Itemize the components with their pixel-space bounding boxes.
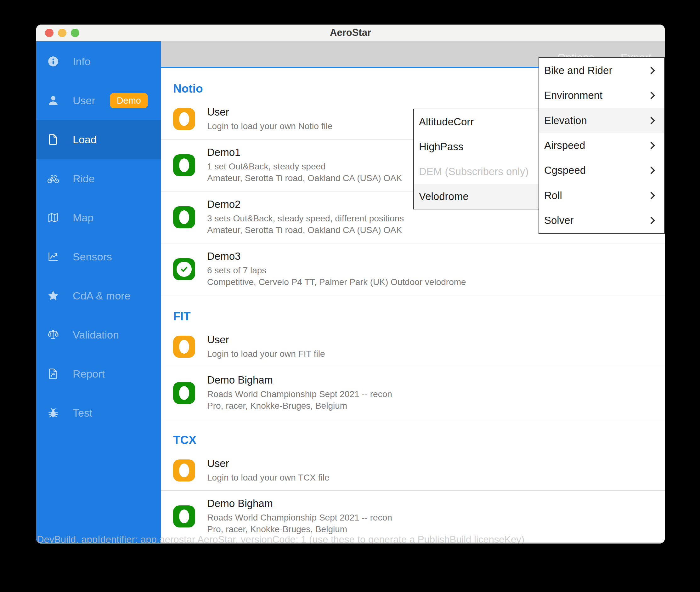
sidebar-item-label: Ride xyxy=(73,172,95,185)
document-icon xyxy=(46,133,60,146)
map-icon xyxy=(46,211,60,225)
record-dot xyxy=(179,340,189,354)
record-dot xyxy=(179,158,189,172)
menu-item-label: Elevation xyxy=(544,115,587,127)
list-item[interactable]: User Login to load your own FIT file xyxy=(161,327,665,367)
item-subtitle: Login to load your own TCX file xyxy=(207,472,330,484)
title-bar: AeroStar xyxy=(36,24,665,41)
record-dot xyxy=(179,210,189,224)
sidebar-item-info[interactable]: Info xyxy=(36,42,161,81)
item-subtitle: Pro, racer, Knokke-Bruges, Belgium xyxy=(207,400,392,412)
submenu-item-velodrome[interactable]: Velodrome xyxy=(414,184,539,209)
item-subtitle: Login to load your own Notio file xyxy=(207,120,332,132)
menu-item-label: DEM (Subscribers only) xyxy=(419,166,529,178)
zoom-window-button[interactable] xyxy=(71,29,79,37)
record-dot xyxy=(179,463,189,477)
menu-item-label: AltitudeCorr xyxy=(419,116,474,128)
record-dot xyxy=(179,112,189,126)
info-icon xyxy=(46,54,60,68)
item-subtitle: Roads World Championship Sept 2021 -- re… xyxy=(207,512,392,524)
menu-item-airspeed[interactable]: Airspeed xyxy=(539,133,664,158)
menu-item-label: Roll xyxy=(544,190,562,202)
menu-item-solver[interactable]: Solver xyxy=(539,208,664,233)
section-title-tcx: TCX xyxy=(173,434,665,447)
chevron-right-icon xyxy=(647,215,658,226)
sidebar-item-label: Test xyxy=(73,407,92,419)
menu-item-elevation[interactable]: Elevation xyxy=(539,108,664,133)
bicycle-icon xyxy=(46,171,60,186)
sidebar-item-label: Info xyxy=(73,55,91,68)
menu-item-label: HighPass xyxy=(419,141,463,153)
item-subtitle: Roads World Championship Sept 2021 -- re… xyxy=(207,389,392,400)
item-subtitle: 6 sets of 7 laps xyxy=(207,265,466,277)
sidebar-item-cda[interactable]: CdA & more xyxy=(36,276,161,315)
item-title: User xyxy=(207,457,330,470)
sidebar-item-label: Validation xyxy=(73,329,119,341)
demo-badge: Demo xyxy=(110,93,148,108)
sidebar-item-map[interactable]: Map xyxy=(36,198,161,237)
user-icon xyxy=(46,94,60,107)
menu-item-environment[interactable]: Environment xyxy=(539,83,664,108)
sidebar-item-user[interactable]: User Demo xyxy=(36,81,161,120)
chevron-right-icon xyxy=(647,115,658,126)
elevation-submenu: AltitudeCorr HighPass DEM (Subscribers o… xyxy=(413,109,539,209)
options-menu: Bike and Rider Environment Elevation Air… xyxy=(539,57,665,234)
list-item[interactable]: User Login to load your own TCX file xyxy=(161,451,665,491)
chevron-right-icon xyxy=(647,190,658,201)
menu-item-label: Bike and Rider xyxy=(544,64,612,77)
sidebar-item-ride[interactable]: Ride xyxy=(36,159,161,198)
sidebar-item-label: CdA & more xyxy=(73,290,130,302)
section-title-fit: FIT xyxy=(173,310,665,323)
menu-item-label: Solver xyxy=(544,214,574,227)
menu-item-label: Environment xyxy=(544,89,602,101)
app-window: AeroStar Info User Demo xyxy=(36,24,665,544)
item-subtitle: Pro, racer, Knokke-Bruges, Belgium xyxy=(207,524,392,535)
record-dot xyxy=(179,509,189,523)
green-check-icon xyxy=(173,258,195,280)
sidebar-item-label: User xyxy=(73,94,95,107)
menu-item-roll[interactable]: Roll xyxy=(539,183,664,208)
orange-record-icon xyxy=(173,459,195,482)
green-record-icon xyxy=(173,505,195,528)
green-record-icon xyxy=(173,382,195,404)
sidebar-item-test[interactable]: Test xyxy=(36,393,161,432)
check-circle xyxy=(176,262,192,277)
item-subtitle: Amateur, Serotta Ti road, Oakland CA (US… xyxy=(207,225,404,236)
item-subtitle: Amateur, Serotta Ti road, Oakland CA (US… xyxy=(207,172,402,184)
item-title: Demo Bigham xyxy=(207,374,392,386)
scale-icon xyxy=(46,328,60,342)
submenu-item-highpass[interactable]: HighPass xyxy=(414,134,539,159)
item-title: Demo2 xyxy=(207,198,404,210)
chevron-right-icon xyxy=(647,165,658,176)
menu-item-bike-and-rider[interactable]: Bike and Rider xyxy=(539,58,664,83)
item-title: Demo Bigham xyxy=(207,498,392,509)
item-subtitle: 3 sets Out&Back, steady speed, different… xyxy=(207,213,404,225)
menu-item-label: Velodrome xyxy=(419,191,469,202)
sidebar-item-load[interactable]: Load xyxy=(36,120,161,159)
sidebar-item-label: Sensors xyxy=(73,251,112,263)
chart-line-icon xyxy=(46,250,60,263)
chevron-right-icon xyxy=(647,90,658,101)
sidebar-item-report[interactable]: Report xyxy=(36,354,161,393)
item-title: User xyxy=(207,106,332,118)
orange-record-icon xyxy=(173,336,195,358)
bug-icon xyxy=(46,406,60,420)
window-title: AeroStar xyxy=(330,27,371,38)
star-icon xyxy=(46,289,60,303)
sidebar-item-validation[interactable]: Validation xyxy=(36,315,161,354)
minimize-window-button[interactable] xyxy=(58,29,66,37)
dev-build-watermark: DevBuild, appIdentifier: app.aerostar.Ae… xyxy=(37,534,524,544)
green-record-icon xyxy=(173,154,195,176)
sidebar-item-label: Map xyxy=(73,212,94,224)
green-record-icon xyxy=(173,206,195,228)
close-window-button[interactable] xyxy=(45,29,54,37)
submenu-item-altitudecorr[interactable]: AltitudeCorr xyxy=(414,109,539,134)
list-item[interactable]: Demo3 6 sets of 7 laps Competitive, Cerv… xyxy=(161,243,665,295)
menu-item-cgspeed[interactable]: Cgspeed xyxy=(539,158,664,183)
record-dot xyxy=(179,386,189,400)
chevron-right-icon xyxy=(647,140,658,151)
submenu-item-dem: DEM (Subscribers only) xyxy=(414,159,539,184)
list-item[interactable]: Demo Bigham Roads World Championship Sep… xyxy=(161,367,665,419)
sidebar-item-sensors[interactable]: Sensors xyxy=(36,237,161,276)
menu-item-label: Cgspeed xyxy=(544,164,586,176)
